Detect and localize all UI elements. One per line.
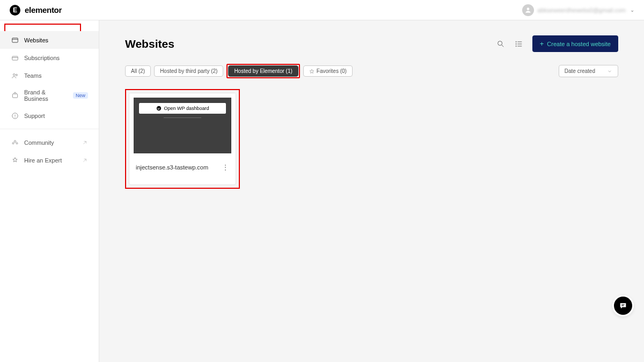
sidebar-item-community[interactable]: Community bbox=[0, 134, 99, 151]
list-icon bbox=[515, 40, 523, 48]
expert-icon bbox=[11, 156, 19, 164]
sidebar-item-subscriptions[interactable]: Subscriptions bbox=[0, 49, 99, 67]
user-email: abkseweerdhewebs0@gmail.com bbox=[537, 7, 626, 13]
search-icon bbox=[496, 40, 505, 48]
open-wp-dashboard-button[interactable]: Open WP dashboard bbox=[139, 103, 226, 114]
brand-icon bbox=[11, 92, 19, 100]
chevron-down-icon bbox=[607, 69, 612, 74]
new-badge: New bbox=[73, 92, 88, 99]
list-view-button[interactable] bbox=[514, 39, 524, 49]
svg-point-22 bbox=[156, 106, 160, 110]
plus-icon: + bbox=[540, 40, 544, 48]
websites-icon bbox=[11, 36, 19, 44]
preview-subtext: —————————————— bbox=[134, 116, 231, 119]
sort-label: Date created bbox=[565, 68, 595, 74]
star-icon bbox=[309, 69, 314, 74]
highlight-filter: Hosted by Elementor (1) bbox=[226, 64, 299, 78]
logo-icon: E bbox=[10, 5, 20, 16]
sidebar-item-expert[interactable]: Hire an Expert bbox=[0, 151, 99, 169]
svg-point-6 bbox=[16, 74, 17, 76]
filter-favorites-label: Favorites (0) bbox=[317, 68, 347, 74]
svg-rect-7 bbox=[12, 94, 17, 98]
logo-text: elementor bbox=[25, 5, 62, 14]
sidebar-item-brand[interactable]: Brand & Business New bbox=[0, 84, 99, 107]
sidebar-item-label: Brand & Business bbox=[24, 89, 68, 102]
svg-point-20 bbox=[516, 43, 516, 44]
create-website-button[interactable]: + Create a hosted website bbox=[532, 35, 618, 52]
sidebar-item-websites[interactable]: Websites bbox=[0, 31, 99, 49]
sidebar-item-label: Subscriptions bbox=[24, 55, 60, 61]
svg-line-15 bbox=[502, 45, 503, 47]
card-menu-button[interactable]: ⋮ bbox=[222, 163, 229, 172]
filter-third-party[interactable]: Hosted by third party (2) bbox=[154, 65, 223, 77]
sidebar: Websites Subscriptions Teams Brand & Bus… bbox=[0, 20, 99, 362]
svg-point-13 bbox=[16, 142, 18, 144]
svg-point-0 bbox=[527, 8, 530, 10]
wordpress-icon bbox=[156, 106, 162, 111]
highlight-card: Open WP dashboard —————————————— injects… bbox=[125, 89, 240, 189]
sidebar-item-label: Community bbox=[24, 139, 54, 146]
svg-point-19 bbox=[516, 41, 516, 42]
teams-icon bbox=[11, 71, 19, 79]
svg-point-5 bbox=[13, 73, 15, 76]
svg-rect-1 bbox=[12, 38, 18, 42]
website-card[interactable]: Open WP dashboard —————————————— injects… bbox=[129, 93, 236, 185]
svg-point-12 bbox=[12, 142, 14, 144]
sidebar-item-teams[interactable]: Teams bbox=[0, 67, 99, 84]
sidebar-item-label: Support bbox=[24, 113, 45, 119]
filter-favorites[interactable]: Favorites (0) bbox=[303, 65, 353, 77]
logo[interactable]: E elementor bbox=[10, 5, 62, 16]
svg-point-11 bbox=[14, 140, 16, 142]
main-content: Websites + Create a hosted website All (… bbox=[99, 20, 644, 362]
svg-rect-3 bbox=[12, 56, 18, 60]
support-icon bbox=[11, 112, 19, 120]
chevron-down-icon: ⌄ bbox=[630, 7, 634, 13]
filter-all[interactable]: All (2) bbox=[125, 65, 151, 77]
avatar bbox=[522, 4, 534, 16]
svg-point-10 bbox=[14, 117, 15, 117]
external-link-icon bbox=[82, 139, 88, 146]
topbar: E elementor abkseweerdhewebs0@gmail.com … bbox=[0, 0, 644, 20]
search-button[interactable] bbox=[496, 39, 506, 49]
external-link-icon bbox=[82, 157, 88, 164]
site-preview: Open WP dashboard —————————————— bbox=[129, 93, 236, 158]
sidebar-item-support[interactable]: Support bbox=[0, 107, 99, 124]
sidebar-item-label: Teams bbox=[24, 72, 41, 79]
sidebar-item-label: Hire an Expert bbox=[24, 157, 62, 164]
svg-point-21 bbox=[516, 46, 516, 46]
filter-elementor[interactable]: Hosted by Elementor (1) bbox=[228, 65, 298, 77]
wp-button-label: Open WP dashboard bbox=[164, 106, 209, 111]
svg-point-14 bbox=[497, 41, 502, 45]
community-icon bbox=[11, 138, 19, 146]
sort-dropdown[interactable]: Date created bbox=[559, 65, 618, 77]
site-url: injectsense.s3-tastewp.com bbox=[136, 164, 208, 171]
create-button-label: Create a hosted website bbox=[547, 41, 611, 47]
filter-chips: All (2) Hosted by third party (2) Hosted… bbox=[125, 64, 353, 78]
chat-icon bbox=[619, 301, 627, 310]
user-menu[interactable]: abkseweerdhewebs0@gmail.com ⌄ bbox=[522, 4, 634, 16]
chat-button[interactable] bbox=[614, 297, 632, 315]
sidebar-item-label: Websites bbox=[24, 37, 48, 43]
subscriptions-icon bbox=[11, 54, 19, 62]
page-title: Websites bbox=[125, 38, 174, 50]
